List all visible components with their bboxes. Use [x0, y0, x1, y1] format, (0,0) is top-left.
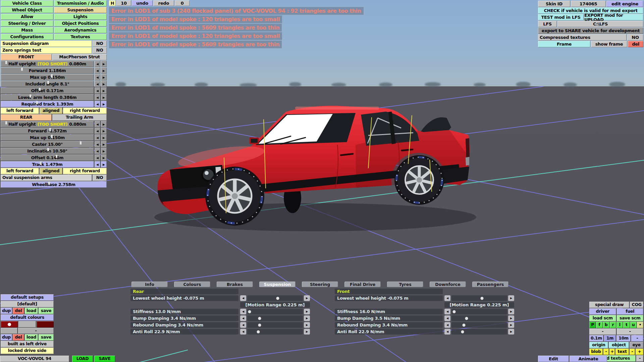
- text-minus-button[interactable]: -: [630, 349, 635, 355]
- front-anti-roll-slider[interactable]: [451, 329, 507, 335]
- cog-button[interactable]: COG: [630, 302, 643, 308]
- menu-aerodynamics[interactable]: Aerodynamics: [54, 27, 107, 33]
- decrease-button[interactable]: ◀: [95, 128, 100, 134]
- test-mod-button[interactable]: TEST mod in LFS: [538, 14, 584, 20]
- toggle-l[interactable]: l: [616, 322, 623, 328]
- increase-button[interactable]: ▶: [101, 94, 107, 101]
- slider-handle[interactable]: [461, 330, 464, 333]
- slider-handle[interactable]: [258, 317, 261, 320]
- front-bump-damping-slider[interactable]: [451, 315, 507, 321]
- dash-button[interactable]: -: [589, 328, 616, 335]
- decrease-button[interactable]: ◀: [95, 101, 100, 107]
- front-lowest-height-slider[interactable]: [451, 295, 507, 301]
- increase-button[interactable]: ▶: [508, 295, 514, 301]
- decrease-button[interactable]: ◀: [444, 322, 450, 328]
- front-suspension-type[interactable]: MacPherson Strut: [52, 54, 107, 60]
- front-rebound-damping-slider[interactable]: [451, 322, 507, 328]
- increase-button[interactable]: ▶: [101, 141, 107, 147]
- rear-rebound-damping-slider[interactable]: [247, 322, 303, 328]
- colour-option-dash[interactable]: -: [18, 328, 54, 334]
- decrease-button[interactable]: ◀: [95, 67, 100, 74]
- eye-button[interactable]: eye: [630, 342, 643, 348]
- save-button[interactable]: SAVE: [94, 356, 115, 362]
- increase-button[interactable]: ▶: [101, 161, 107, 168]
- decrease-button[interactable]: ◀: [444, 329, 450, 335]
- toggle-f[interactable]: f: [596, 322, 602, 328]
- scale-10m-button[interactable]: 10m: [616, 335, 631, 342]
- menu-vehicle-class[interactable]: Vehicle Class: [1, 0, 53, 6]
- toggle-dot[interactable]: •: [637, 322, 643, 328]
- increase-button[interactable]: ▶: [101, 101, 107, 107]
- skin-id-value[interactable]: 174065: [571, 1, 606, 7]
- colour-del-button[interactable]: del: [13, 334, 24, 341]
- increase-button[interactable]: ▶: [101, 87, 107, 94]
- rear-right-forward-button[interactable]: right forward: [63, 168, 107, 174]
- dash-button[interactable]: -: [617, 328, 644, 335]
- decrease-button[interactable]: ◀: [240, 329, 246, 335]
- tab-suspension[interactable]: Suspension: [259, 282, 296, 287]
- default-colours-button[interactable]: default colours: [1, 314, 54, 321]
- slider-handle[interactable]: [481, 297, 484, 300]
- decrease-button[interactable]: ◀: [95, 121, 100, 127]
- show-frame-button[interactable]: show frame: [591, 41, 627, 47]
- menu-configurations[interactable]: Configurations: [1, 34, 53, 40]
- tab-passengers[interactable]: Passengers: [472, 282, 508, 287]
- front-right-forward-button[interactable]: right forward: [63, 108, 107, 114]
- decrease-button[interactable]: ◀: [95, 134, 100, 141]
- blob-plus-button[interactable]: +: [609, 349, 615, 355]
- tab-info[interactable]: Info: [131, 282, 168, 287]
- front-stiffness-slider[interactable]: [451, 309, 507, 314]
- tab-steering[interactable]: Steering: [302, 282, 338, 287]
- increase-button[interactable]: ▶: [101, 134, 107, 141]
- slider-handle[interactable]: [248, 310, 251, 313]
- front-forward-slider[interactable]: Forward 1.186m: [1, 67, 94, 74]
- fuel-button[interactable]: fuel: [617, 308, 644, 315]
- default-setups-button[interactable]: default setups: [1, 294, 54, 301]
- front-left-forward-button[interactable]: left forward: [1, 108, 39, 114]
- decrease-button[interactable]: ◀: [95, 148, 100, 154]
- decrease-button[interactable]: ◀: [95, 87, 100, 94]
- decrease-button[interactable]: ◀: [444, 315, 450, 321]
- rear-stiffness-slider[interactable]: [247, 309, 303, 314]
- locked-drive-side-button[interactable]: locked drive side: [1, 348, 54, 354]
- oval-arms-toggle[interactable]: NO: [93, 175, 107, 181]
- export-upload-button[interactable]: EXPORT mod for UPLOAD: [584, 14, 643, 20]
- decrease-button[interactable]: ◀: [95, 94, 100, 101]
- rear-caster-slider[interactable]: Caster 15.00°: [1, 141, 94, 147]
- increase-button[interactable]: ▶: [508, 309, 514, 314]
- menu-textures[interactable]: Textures: [54, 34, 107, 40]
- menu-steering-driver[interactable]: Steering / Driver: [1, 20, 53, 26]
- rear-anti-roll-slider[interactable]: [247, 329, 303, 335]
- share-export-button[interactable]: export to SHARE vehicle for development: [538, 27, 643, 34]
- increase-button[interactable]: ▶: [101, 155, 107, 161]
- load-button[interactable]: LOAD: [72, 356, 93, 362]
- increase-button[interactable]: ▶: [508, 315, 514, 321]
- decrease-button[interactable]: ◀: [444, 309, 450, 314]
- front-required-track-slider[interactable]: Required track 1.393m: [1, 101, 94, 107]
- rear-half-upright-slider[interactable]: Half upright (TOO SHORT) 0.080m: [1, 121, 94, 127]
- rear-lowest-height-slider[interactable]: [247, 295, 303, 301]
- increase-button[interactable]: ▶: [101, 148, 107, 154]
- slider-handle[interactable]: [465, 317, 468, 320]
- increase-button[interactable]: ▶: [101, 121, 107, 127]
- decrease-button[interactable]: ◀: [444, 295, 450, 301]
- driver-button[interactable]: driver: [589, 308, 616, 315]
- grid-step-value[interactable]: 10: [116, 0, 131, 6]
- increase-button[interactable]: ▶: [304, 309, 310, 314]
- colour-swatch[interactable]: [18, 321, 36, 327]
- decrease-button[interactable]: ◀: [240, 295, 246, 301]
- decrease-button[interactable]: ◀: [95, 141, 100, 147]
- colour-swatch[interactable]: [37, 321, 54, 327]
- setup-dup-button[interactable]: dup: [1, 308, 12, 314]
- blob-button[interactable]: blob: [589, 349, 603, 355]
- tab-colours[interactable]: Colours: [174, 282, 210, 287]
- menu-lights[interactable]: Lights: [54, 14, 107, 20]
- rear-offset-slider[interactable]: Offset 0.146m: [1, 155, 94, 161]
- text-plus-button[interactable]: +: [636, 349, 643, 355]
- rear-left-forward-button[interactable]: left forward: [1, 168, 39, 174]
- increase-button[interactable]: ▶: [101, 61, 107, 67]
- slider-handle[interactable]: [276, 297, 279, 300]
- lfs-path-value[interactable]: C:\LFS: [557, 21, 643, 27]
- undo-button[interactable]: undo: [132, 0, 153, 6]
- menu-transmission-audio[interactable]: Transmission / Audio: [54, 0, 107, 6]
